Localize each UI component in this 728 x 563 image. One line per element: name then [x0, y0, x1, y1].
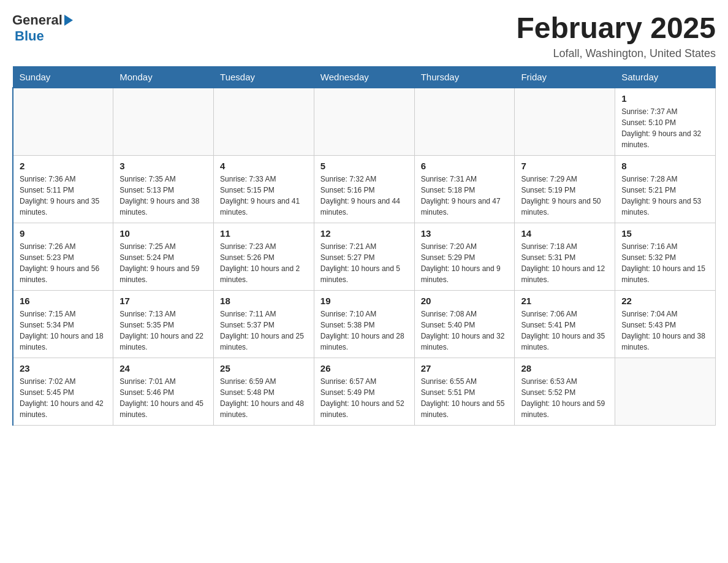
day-number: 28: [521, 363, 609, 373]
calendar-cell: [13, 88, 113, 156]
calendar-subtitle: Lofall, Washington, United States: [516, 47, 716, 60]
day-info: Sunrise: 7:16 AMSunset: 5:32 PMDaylight:…: [621, 241, 709, 285]
day-header-monday: Monday: [113, 66, 214, 88]
day-info: Sunrise: 7:31 AMSunset: 5:18 PMDaylight:…: [421, 174, 509, 218]
day-header-friday: Friday: [515, 66, 615, 88]
calendar-body: 1Sunrise: 7:37 AMSunset: 5:10 PMDaylight…: [13, 88, 716, 426]
day-number: 1: [621, 93, 709, 104]
logo-triangle-icon: [64, 15, 73, 26]
calendar-header: SundayMondayTuesdayWednesdayThursdayFrid…: [13, 66, 716, 88]
day-info: Sunrise: 7:36 AMSunset: 5:11 PMDaylight:…: [20, 174, 107, 218]
day-info: Sunrise: 7:37 AMSunset: 5:10 PMDaylight:…: [621, 106, 709, 150]
day-info: Sunrise: 7:21 AMSunset: 5:27 PMDaylight:…: [320, 241, 408, 285]
day-info: Sunrise: 7:23 AMSunset: 5:26 PMDaylight:…: [220, 241, 308, 285]
day-info: Sunrise: 6:59 AMSunset: 5:48 PMDaylight:…: [220, 376, 308, 420]
day-info: Sunrise: 7:20 AMSunset: 5:29 PMDaylight:…: [421, 241, 509, 285]
calendar-cell: 21Sunrise: 7:06 AMSunset: 5:41 PMDayligh…: [515, 290, 615, 358]
day-number: 15: [621, 228, 709, 239]
day-number: 6: [421, 161, 509, 171]
calendar-cell: 12Sunrise: 7:21 AMSunset: 5:27 PMDayligh…: [314, 223, 414, 290]
calendar-cell: 19Sunrise: 7:10 AMSunset: 5:38 PMDayligh…: [314, 290, 414, 358]
week-row-1: 1Sunrise: 7:37 AMSunset: 5:10 PMDaylight…: [13, 88, 716, 156]
calendar-table: SundayMondayTuesdayWednesdayThursdayFrid…: [12, 66, 716, 426]
week-row-2: 2Sunrise: 7:36 AMSunset: 5:11 PMDaylight…: [13, 155, 716, 223]
calendar-cell: 5Sunrise: 7:32 AMSunset: 5:16 PMDaylight…: [314, 155, 414, 223]
calendar-cell: [113, 88, 214, 156]
calendar-cell: 10Sunrise: 7:25 AMSunset: 5:24 PMDayligh…: [113, 223, 214, 290]
calendar-cell: 17Sunrise: 7:13 AMSunset: 5:35 PMDayligh…: [113, 290, 214, 358]
calendar-cell: 1Sunrise: 7:37 AMSunset: 5:10 PMDaylight…: [615, 88, 716, 156]
calendar-cell: [214, 88, 314, 156]
day-number: 27: [421, 363, 509, 373]
calendar-cell: [515, 88, 615, 156]
day-info: Sunrise: 7:10 AMSunset: 5:38 PMDaylight:…: [320, 308, 408, 353]
calendar-cell: 8Sunrise: 7:28 AMSunset: 5:21 PMDaylight…: [615, 155, 716, 223]
calendar-cell: 15Sunrise: 7:16 AMSunset: 5:32 PMDayligh…: [615, 223, 716, 290]
day-number: 14: [521, 228, 609, 239]
logo-blue: Blue: [15, 28, 44, 44]
day-info: Sunrise: 7:13 AMSunset: 5:35 PMDaylight:…: [119, 308, 207, 353]
day-info: Sunrise: 7:26 AMSunset: 5:23 PMDaylight:…: [20, 241, 107, 285]
calendar-cell: 4Sunrise: 7:33 AMSunset: 5:15 PMDaylight…: [214, 155, 314, 223]
calendar-cell: 26Sunrise: 6:57 AMSunset: 5:49 PMDayligh…: [314, 358, 414, 425]
day-info: Sunrise: 7:25 AMSunset: 5:24 PMDaylight:…: [119, 241, 207, 285]
calendar-cell: [414, 88, 515, 156]
week-row-5: 23Sunrise: 7:02 AMSunset: 5:45 PMDayligh…: [13, 358, 716, 425]
day-info: Sunrise: 7:11 AMSunset: 5:37 PMDaylight:…: [220, 308, 308, 353]
day-number: 4: [220, 161, 308, 171]
day-number: 8: [621, 161, 709, 171]
day-number: 24: [119, 363, 207, 373]
calendar-cell: 9Sunrise: 7:26 AMSunset: 5:23 PMDaylight…: [13, 223, 113, 290]
calendar-cell: 13Sunrise: 7:20 AMSunset: 5:29 PMDayligh…: [414, 223, 515, 290]
day-number: 26: [320, 363, 408, 373]
day-number: 13: [421, 228, 509, 239]
day-header-sunday: Sunday: [13, 66, 113, 88]
calendar-cell: 24Sunrise: 7:01 AMSunset: 5:46 PMDayligh…: [113, 358, 214, 425]
title-section: February 2025 Lofall, Washington, United…: [516, 12, 716, 60]
day-number: 18: [220, 296, 308, 306]
calendar-cell: 25Sunrise: 6:59 AMSunset: 5:48 PMDayligh…: [214, 358, 314, 425]
logo: General Blue: [12, 12, 73, 44]
day-number: 17: [119, 296, 207, 306]
day-info: Sunrise: 7:06 AMSunset: 5:41 PMDaylight:…: [521, 308, 609, 353]
calendar-cell: [314, 88, 414, 156]
day-header-saturday: Saturday: [615, 66, 716, 88]
day-number: 21: [521, 296, 609, 306]
calendar-cell: 16Sunrise: 7:15 AMSunset: 5:34 PMDayligh…: [13, 290, 113, 358]
week-row-4: 16Sunrise: 7:15 AMSunset: 5:34 PMDayligh…: [13, 290, 716, 358]
day-info: Sunrise: 7:35 AMSunset: 5:13 PMDaylight:…: [119, 174, 207, 218]
day-number: 19: [320, 296, 408, 306]
calendar-cell: 20Sunrise: 7:08 AMSunset: 5:40 PMDayligh…: [414, 290, 515, 358]
day-number: 5: [320, 161, 408, 171]
calendar-cell: 18Sunrise: 7:11 AMSunset: 5:37 PMDayligh…: [214, 290, 314, 358]
day-number: 3: [119, 161, 207, 171]
day-header-wednesday: Wednesday: [314, 66, 414, 88]
calendar-cell: 22Sunrise: 7:04 AMSunset: 5:43 PMDayligh…: [615, 290, 716, 358]
calendar-cell: 27Sunrise: 6:55 AMSunset: 5:51 PMDayligh…: [414, 358, 515, 425]
calendar-cell: 7Sunrise: 7:29 AMSunset: 5:19 PMDaylight…: [515, 155, 615, 223]
day-info: Sunrise: 7:04 AMSunset: 5:43 PMDaylight:…: [621, 308, 709, 353]
calendar-title: February 2025: [516, 12, 716, 45]
calendar-cell: 28Sunrise: 6:53 AMSunset: 5:52 PMDayligh…: [515, 358, 615, 425]
day-info: Sunrise: 7:29 AMSunset: 5:19 PMDaylight:…: [521, 174, 609, 218]
day-number: 20: [421, 296, 509, 306]
day-header-thursday: Thursday: [414, 66, 515, 88]
day-number: 11: [220, 228, 308, 239]
day-info: Sunrise: 6:57 AMSunset: 5:49 PMDaylight:…: [320, 376, 408, 420]
calendar-cell: 11Sunrise: 7:23 AMSunset: 5:26 PMDayligh…: [214, 223, 314, 290]
calendar-cell: 2Sunrise: 7:36 AMSunset: 5:11 PMDaylight…: [13, 155, 113, 223]
day-info: Sunrise: 7:02 AMSunset: 5:45 PMDaylight:…: [20, 376, 107, 420]
day-number: 12: [320, 228, 408, 239]
day-number: 2: [20, 161, 107, 171]
day-header-tuesday: Tuesday: [214, 66, 314, 88]
calendar-cell: 23Sunrise: 7:02 AMSunset: 5:45 PMDayligh…: [13, 358, 113, 425]
day-number: 10: [119, 228, 207, 239]
day-info: Sunrise: 7:18 AMSunset: 5:31 PMDaylight:…: [521, 241, 609, 285]
calendar-cell: 14Sunrise: 7:18 AMSunset: 5:31 PMDayligh…: [515, 223, 615, 290]
day-info: Sunrise: 7:33 AMSunset: 5:15 PMDaylight:…: [220, 174, 308, 218]
calendar-cell: 6Sunrise: 7:31 AMSunset: 5:18 PMDaylight…: [414, 155, 515, 223]
day-info: Sunrise: 6:55 AMSunset: 5:51 PMDaylight:…: [421, 376, 509, 420]
day-info: Sunrise: 6:53 AMSunset: 5:52 PMDaylight:…: [521, 376, 609, 420]
calendar-cell: [615, 358, 716, 425]
day-number: 23: [20, 363, 107, 373]
